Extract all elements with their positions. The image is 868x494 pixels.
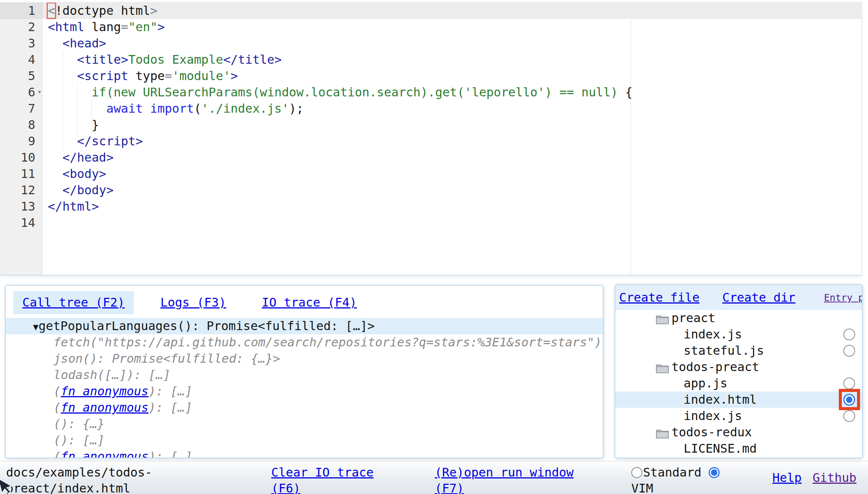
call-tree-row[interactable]: lodash([…]): […] xyxy=(6,367,603,383)
line-number: 5 xyxy=(0,68,42,84)
fn-anonymous-link[interactable]: fn anonymous xyxy=(61,400,148,415)
code-token: <body> xyxy=(63,167,107,181)
call-tree-row-text: (): {…} xyxy=(53,417,105,431)
entry-point-radio[interactable] xyxy=(843,410,855,422)
code-line[interactable]: if(new URLSearchParams(window.location.s… xyxy=(42,84,861,101)
call-tree-row-text: ( xyxy=(53,400,61,415)
call-tree-row[interactable]: (): […] xyxy=(6,432,603,448)
code-token xyxy=(48,52,77,67)
tab-io-trace[interactable]: IO trace (F4) xyxy=(253,291,366,314)
line-number: 6▾ xyxy=(0,84,42,101)
file-row[interactable]: app.js xyxy=(615,375,862,392)
code-line[interactable]: </script> xyxy=(42,133,861,149)
code-line[interactable]: </head> xyxy=(42,149,861,166)
call-tree-row[interactable]: json(): Promise<fulfilled: {…}> xyxy=(6,351,603,367)
create-dir-link[interactable]: Create dir xyxy=(722,289,796,306)
entry-point-radio[interactable] xyxy=(843,345,855,357)
code-line[interactable]: <body> xyxy=(42,166,861,182)
code-token: { xyxy=(625,85,632,99)
keybinding-radio-standard[interactable] xyxy=(631,467,642,478)
code-line[interactable]: <head> xyxy=(42,35,861,52)
code-line[interactable]: <!doctype html> xyxy=(42,3,861,19)
line-number: 1 xyxy=(0,3,42,19)
entry-point-link[interactable]: Entry point xyxy=(824,291,858,304)
code-token: = xyxy=(165,69,172,83)
call-tree-row-text: json(): Promise<fulfilled: {…}> xyxy=(53,351,280,366)
code-token: > xyxy=(231,69,238,83)
code-token: > xyxy=(157,20,165,34)
file-name: index.js xyxy=(615,327,742,341)
github-link[interactable]: Github xyxy=(813,470,857,486)
call-tree-row[interactable]: (fn anonymous): […] xyxy=(6,383,603,400)
call-tree-row-text: lodash([…]): […] xyxy=(53,368,170,382)
code-area[interactable]: <!doctype html><html lang="en"> <head> <… xyxy=(42,3,861,275)
dir-row[interactable]: preact xyxy=(615,310,862,326)
fn-anonymous-link[interactable]: fn anonymous xyxy=(61,384,148,398)
code-token xyxy=(48,69,77,83)
code-token: <html xyxy=(48,20,84,34)
call-tree-row[interactable]: fetch("https://api.github.com/search/rep… xyxy=(6,334,603,351)
call-tree-row[interactable]: (fn anonymous): […] xyxy=(6,448,603,458)
code-line[interactable]: </body> xyxy=(42,182,861,198)
line-number: 14 xyxy=(0,215,42,231)
code-line[interactable]: <title>Todos Example</title> xyxy=(42,52,861,68)
line-number: 3 xyxy=(0,35,42,52)
code-token: > xyxy=(150,3,157,18)
code-token: type xyxy=(135,69,165,83)
code-line[interactable]: await import('./index.js'); xyxy=(42,101,861,117)
code-line[interactable]: <script type='module'> xyxy=(42,68,861,84)
file-row[interactable]: LICENSE.md xyxy=(615,441,862,457)
fold-marker-icon[interactable]: ▾ xyxy=(38,83,42,100)
code-token: if(new URLSearchParams(window.location.s… xyxy=(92,85,625,99)
code-token: } xyxy=(48,118,99,132)
entry-point-radio[interactable] xyxy=(843,378,855,389)
dir-name: todos-preact xyxy=(615,360,759,374)
fn-anonymous-link[interactable]: fn anonymous xyxy=(61,449,148,458)
code-line[interactable]: } xyxy=(42,117,861,133)
code-token: <head> xyxy=(63,36,107,50)
help-link[interactable]: Help xyxy=(772,470,802,486)
keybinding-switch: Standard VIM xyxy=(631,464,731,494)
file-row[interactable]: index.html xyxy=(615,392,862,408)
code-token: </script> xyxy=(77,134,143,148)
code-line[interactable]: <html lang="en"> xyxy=(42,19,861,35)
folder-icon xyxy=(656,427,669,438)
dir-name: todos-redux xyxy=(615,425,752,439)
tab-logs[interactable]: Logs (F3) xyxy=(151,291,235,314)
reopen-run-window-link[interactable]: (Re)open run window (F7) xyxy=(435,464,583,494)
code-editor[interactable]: 123456▾7891011121314 <!doctype html><htm… xyxy=(0,2,862,275)
line-number: 12 xyxy=(0,182,42,198)
call-tree-row-text: ): […] xyxy=(148,384,192,398)
file-row[interactable]: stateful.js xyxy=(615,343,862,359)
expand-arrow-icon[interactable]: ▼ xyxy=(33,322,38,332)
file-row[interactable]: index.js xyxy=(615,326,862,343)
code-token: "en" xyxy=(128,20,157,34)
code-token: </head> xyxy=(63,150,114,165)
keybinding-vim-label: VIM xyxy=(631,481,653,494)
call-tree-row-text: (): […] xyxy=(53,433,105,447)
create-file-link[interactable]: Create file xyxy=(619,289,700,306)
code-line[interactable]: </html> xyxy=(42,198,861,215)
text-cursor: < xyxy=(48,3,55,18)
line-number: 2 xyxy=(0,19,42,35)
call-tree-row[interactable]: (): {…} xyxy=(6,416,603,432)
dir-row[interactable]: todos-preact xyxy=(615,359,862,375)
call-tree-row[interactable]: (fn anonymous): […] xyxy=(6,400,603,416)
line-number-gutter: 123456▾7891011121314 xyxy=(0,3,42,275)
tab-call-tree[interactable]: Call tree (F2) xyxy=(13,291,134,314)
entry-point-radio[interactable] xyxy=(843,329,855,340)
file-name: LICENSE.md xyxy=(615,441,757,456)
code-token xyxy=(84,20,91,34)
code-line[interactable] xyxy=(42,215,861,231)
file-name: index.js xyxy=(615,409,742,423)
keybinding-radio-vim[interactable] xyxy=(709,467,720,478)
file-name: stateful.js xyxy=(615,343,764,358)
code-token xyxy=(128,69,135,83)
file-row[interactable]: index.js xyxy=(615,408,862,424)
clear-io-trace-link[interactable]: Clear IO trace (F6) xyxy=(271,464,385,494)
line-number: 9 xyxy=(0,133,42,149)
code-token xyxy=(48,167,63,181)
call-tree-row-root[interactable]: ▼getPopularLanguages(): Promise<fulfille… xyxy=(6,318,603,334)
status-bar: docs/examples/todos-preact/index.html Cl… xyxy=(0,461,868,494)
dir-row[interactable]: todos-redux xyxy=(615,424,862,441)
